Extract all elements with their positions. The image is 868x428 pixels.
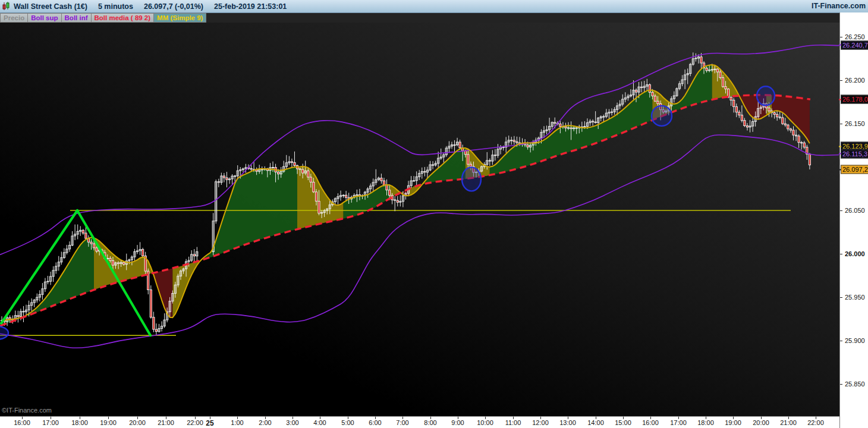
x-tick-label-5:00: 5:00 bbox=[341, 419, 354, 426]
boll-inf-line bbox=[0, 135, 839, 348]
x-tick-label-18:00: 18:00 bbox=[697, 419, 714, 426]
y-tick-mark bbox=[840, 384, 842, 385]
y-tick-label-26.250: 26.250 bbox=[845, 33, 865, 40]
x-tick-label-21:00: 21:00 bbox=[780, 419, 797, 426]
ellipse-annotation[interactable] bbox=[462, 167, 481, 191]
y-tick-mark bbox=[840, 254, 842, 254]
trading-platform-window: Wall Street Cash (1€) 5 minutos 26.097,7… bbox=[0, 0, 868, 428]
ellipse-annotation[interactable] bbox=[757, 86, 775, 105]
price-flag-tick bbox=[839, 99, 841, 100]
y-tick-label-26.200: 26.200 bbox=[845, 77, 865, 84]
time-axis[interactable]: 16:0017:0018:0019:0020:0021:0022:00251:0… bbox=[0, 416, 839, 428]
y-tick-label-26.150: 26.150 bbox=[845, 120, 865, 127]
x-tick-label-11:00: 11:00 bbox=[505, 419, 521, 426]
price-flag-tick bbox=[839, 146, 841, 147]
y-tick-mark bbox=[840, 124, 842, 124]
x-tick-label-13:00: 13:00 bbox=[559, 419, 576, 426]
price-chart[interactable] bbox=[0, 23, 839, 416]
x-tick-label-6:00: 6:00 bbox=[369, 419, 381, 426]
x-tick-label-19:00: 19:00 bbox=[725, 419, 741, 426]
last-quote: 26.097,7 (-0,01%) bbox=[144, 2, 203, 11]
x-tick-label-9:00: 9:00 bbox=[451, 419, 464, 426]
ellipse-annotations-layer bbox=[0, 86, 775, 339]
legend-item-boll-media-89-2[interactable]: Boll media ( 89 2) bbox=[92, 13, 155, 23]
x-tick-label-20:00: 20:00 bbox=[129, 419, 146, 426]
x-tick-label-18:00: 18:00 bbox=[71, 419, 88, 426]
y-tick-label-25.850: 25.850 bbox=[845, 380, 865, 388]
y-tick-label-26.000: 26.000 bbox=[845, 250, 865, 257]
x-tick-label-22:00: 22:00 bbox=[187, 419, 203, 426]
x-tick-label-17:00: 17:00 bbox=[42, 419, 59, 426]
y-tick-mark bbox=[840, 297, 842, 298]
legend-item-precio[interactable]: Precio bbox=[0, 13, 28, 23]
legend-item-boll-inf[interactable]: Boll inf bbox=[62, 13, 92, 23]
x-tick-label-15:00: 15:00 bbox=[615, 419, 631, 426]
boll-sup-price-label: 26.240,7 bbox=[841, 40, 868, 49]
x-tick-label-25: 25 bbox=[206, 419, 213, 427]
x-tick-label-2:00: 2:00 bbox=[259, 419, 271, 426]
watermark: ©IT-Finance.com bbox=[2, 407, 52, 414]
x-tick-label-21:00: 21:00 bbox=[158, 419, 174, 426]
x-tick-label-3:00: 3:00 bbox=[286, 419, 298, 426]
timeframe-label: 5 minutos bbox=[98, 2, 133, 11]
legend-item-mm-simple-9[interactable]: MM (Simple 9) bbox=[154, 13, 206, 23]
x-tick-label-22:00: 22:00 bbox=[807, 419, 824, 426]
ellipse-annotation[interactable] bbox=[652, 106, 672, 126]
x-tick-label-16:00: 16:00 bbox=[14, 419, 30, 426]
x-tick-label-1:00: 1:00 bbox=[231, 419, 243, 426]
last-price-label: 26.097,2 bbox=[841, 165, 868, 174]
y-tick-mark bbox=[840, 37, 842, 37]
x-tick-label-4:00: 4:00 bbox=[313, 419, 326, 426]
candlestick-chart-icon bbox=[2, 2, 10, 11]
datetime-label: 25-feb-2019 21:53:01 bbox=[214, 2, 287, 11]
price-flag-tick bbox=[839, 45, 841, 46]
price-flag-tick bbox=[839, 153, 841, 155]
y-tick-mark bbox=[840, 80, 842, 81]
y-tick-label-25.950: 25.950 bbox=[845, 294, 865, 301]
ellipse-annotation[interactable] bbox=[0, 326, 8, 339]
x-tick-label-16:00: 16:00 bbox=[642, 419, 659, 426]
y-tick-mark bbox=[840, 341, 842, 341]
instrument-name: Wall Street Cash (1€) bbox=[14, 2, 87, 11]
boll-inf-price-label: 26.115,3 bbox=[841, 149, 868, 158]
y-tick-label-25.900: 25.900 bbox=[845, 337, 865, 344]
x-tick-label-10:00: 10:00 bbox=[477, 419, 493, 426]
x-tick-label-19:00: 19:00 bbox=[100, 419, 117, 426]
x-tick-label-7:00: 7:00 bbox=[396, 419, 408, 426]
brand-logo: IT-Finance.com bbox=[812, 0, 866, 12]
indicator-legend-bar: PrecioBoll supBoll infBoll media ( 89 2)… bbox=[0, 13, 839, 23]
price-flag-tick bbox=[839, 169, 841, 170]
title-bar: Wall Street Cash (1€) 5 minutos 26.097,7… bbox=[0, 0, 868, 13]
x-tick-label-8:00: 8:00 bbox=[424, 419, 436, 426]
x-tick-label-12:00: 12:00 bbox=[532, 419, 549, 426]
x-tick-label-17:00: 17:00 bbox=[670, 419, 687, 426]
x-tick-label-14:00: 14:00 bbox=[587, 419, 604, 426]
legend-item-boll-sup[interactable]: Boll sup bbox=[28, 13, 61, 23]
x-tick-label-20:00: 20:00 bbox=[753, 419, 769, 426]
y-tick-label-26.050: 26.050 bbox=[845, 207, 865, 214]
y-tick-mark bbox=[840, 210, 842, 211]
price-axis[interactable]: 26.25026.20026.15026.05026.00025.95025.9… bbox=[839, 12, 868, 428]
chart-plot-area[interactable]: ©IT-Finance.com bbox=[0, 23, 839, 416]
boll-media-price-label: 26.178,0 bbox=[841, 95, 868, 104]
